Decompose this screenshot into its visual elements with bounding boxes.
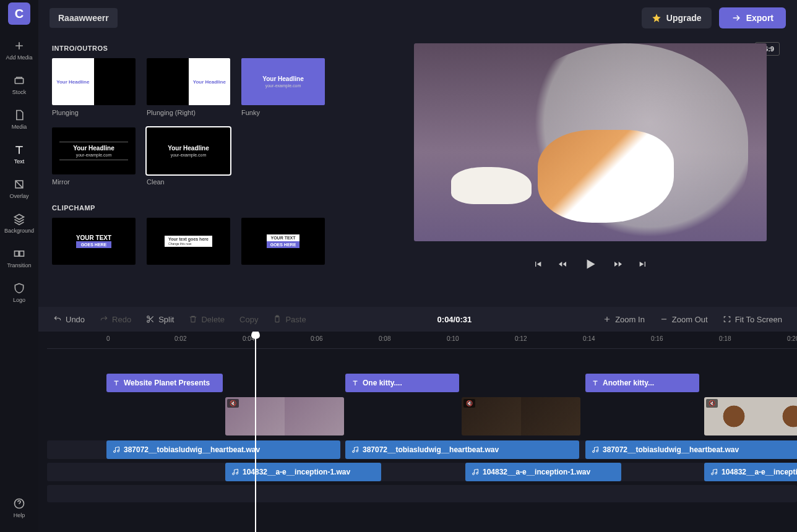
project-name[interactable]: Raaawweerr bbox=[50, 8, 118, 28]
audio-clip[interactable]: 387072__tobiasludwig__heartbeat.wav bbox=[585, 440, 797, 459]
template-label: Funky bbox=[241, 109, 325, 116]
arrow-right-icon bbox=[731, 13, 741, 23]
music-icon bbox=[472, 468, 479, 476]
template-clipchamp-3[interactable]: YOUR TEXTGOES HERE bbox=[241, 218, 325, 265]
audio-track-1-bg: 387072__tobiasludwig__heartbeat.wav38707… bbox=[47, 440, 797, 459]
text-clip[interactable]: Another kitty... bbox=[585, 374, 699, 392]
redo-icon bbox=[100, 315, 108, 324]
template-mirror[interactable]: Your Headlineyour-example.com Mirror bbox=[52, 127, 136, 186]
sidebar-label: Background bbox=[4, 228, 34, 234]
shield-icon bbox=[13, 282, 25, 294]
sidebar-stock[interactable]: Stock bbox=[12, 74, 27, 95]
template-clipchamp-1[interactable]: YOUR TEXTGOES HERE bbox=[52, 218, 136, 265]
fit-screen-button[interactable]: Fit To Screen bbox=[717, 311, 788, 328]
text-clip[interactable]: Website Planet Presents bbox=[106, 374, 223, 392]
music-icon bbox=[231, 468, 239, 476]
ruler-tick: 0:14 bbox=[583, 335, 595, 342]
fast-forward-button[interactable] bbox=[613, 259, 623, 272]
text-track: Website Planet PresentsOne kitty....Anot… bbox=[47, 374, 797, 392]
sidebar: C Add Media Stock Media Text Overlay Bac… bbox=[0, 0, 38, 532]
split-button[interactable]: Split bbox=[140, 311, 180, 328]
play-button[interactable] bbox=[582, 256, 598, 275]
audio-clip[interactable]: 104832__a-e__inception-1.wav bbox=[225, 463, 381, 481]
undo-icon bbox=[53, 315, 62, 324]
video-clip[interactable]: 🔇 bbox=[704, 397, 797, 435]
video-clip[interactable]: 🔇 bbox=[225, 397, 344, 435]
zoom-in-button[interactable]: Zoom In bbox=[597, 311, 651, 328]
sidebar-logo[interactable]: Logo bbox=[13, 282, 25, 303]
ruler-tick: 0:12 bbox=[515, 335, 527, 342]
copy-button[interactable]: Copy bbox=[233, 311, 264, 328]
sidebar-label: Add Media bbox=[6, 54, 32, 61]
upgrade-label: Upgrade bbox=[666, 13, 702, 23]
ruler-tick: 0:16 bbox=[651, 335, 663, 342]
paste-button[interactable]: Paste bbox=[267, 311, 312, 328]
undo-button[interactable]: Undo bbox=[47, 311, 91, 328]
audio-clip[interactable]: 387072__tobiasludwig__heartbeat.wav bbox=[345, 440, 579, 459]
main-area: Raaawweerr Upgrade Export INTRO/OUTROS Y… bbox=[38, 0, 797, 532]
redo-button[interactable]: Redo bbox=[93, 311, 137, 328]
svg-rect-0 bbox=[15, 79, 23, 84]
ruler-tick: 0:06 bbox=[311, 335, 322, 342]
template-clean[interactable]: Your Headlineyour-example.com Clean bbox=[147, 127, 230, 186]
music-icon bbox=[592, 446, 599, 453]
text-icon bbox=[113, 379, 120, 387]
template-clipchamp-2[interactable]: Your text goes hereChange this now bbox=[147, 218, 230, 265]
sidebar-background[interactable]: Background bbox=[4, 213, 34, 234]
video-preview[interactable] bbox=[414, 43, 767, 241]
skip-end-button[interactable] bbox=[638, 259, 648, 272]
audio-clip[interactable]: 104832__a-e__inception-1.wav bbox=[465, 463, 621, 481]
delete-button[interactable]: Delete bbox=[183, 311, 231, 328]
rewind-button[interactable] bbox=[558, 259, 567, 272]
zoom-out-button[interactable]: Zoom Out bbox=[653, 311, 714, 328]
empty-track bbox=[47, 485, 797, 502]
scissors-icon bbox=[146, 315, 155, 324]
sidebar-media[interactable]: Media bbox=[12, 109, 27, 130]
ruler-tick: 0:18 bbox=[719, 335, 731, 342]
template-plunging-right[interactable]: Your Headline Plunging (Right) bbox=[147, 58, 230, 116]
template-plunging[interactable]: Your Headline Plunging bbox=[52, 58, 136, 116]
sidebar-label: Help bbox=[14, 512, 25, 518]
template-label: Plunging (Right) bbox=[147, 109, 230, 116]
export-button[interactable]: Export bbox=[719, 7, 786, 28]
audio-clip[interactable]: 387072__tobiasludwig__heartbeat.wav bbox=[106, 440, 340, 459]
sidebar-transition[interactable]: Transition bbox=[7, 247, 31, 268]
skip-start-button[interactable] bbox=[533, 259, 543, 272]
template-funky[interactable]: Your Headlineyour-example.com Funky bbox=[241, 58, 325, 116]
sidebar-text[interactable]: Text bbox=[13, 144, 25, 165]
section-title-clipchamp: CLIPCHAMP bbox=[52, 204, 376, 212]
transition-icon bbox=[13, 247, 25, 260]
layers-icon bbox=[13, 213, 25, 225]
audio-track-2-bg: 104832__a-e__inception-1.wav104832__a-e_… bbox=[47, 463, 797, 481]
svg-point-5 bbox=[147, 316, 150, 319]
ruler-tick: 0 bbox=[106, 335, 110, 342]
audio-track-1: 387072__tobiasludwig__heartbeat.wav38707… bbox=[47, 440, 797, 459]
ruler-tick: 0:20 bbox=[787, 335, 797, 342]
player-controls bbox=[533, 256, 648, 275]
music-icon bbox=[113, 446, 120, 453]
sidebar-label: Text bbox=[14, 158, 25, 165]
templates-panel: INTRO/OUTROS Your Headline Plunging Your… bbox=[38, 36, 376, 302]
sidebar-help[interactable]: Help bbox=[13, 497, 25, 518]
upgrade-button[interactable]: Upgrade bbox=[642, 7, 712, 28]
timeline-toolbar: Undo Redo Split Delete Copy Paste 0:04/0… bbox=[38, 307, 797, 332]
music-icon bbox=[710, 468, 718, 476]
template-label: Plunging bbox=[52, 109, 136, 116]
audio-clip[interactable]: 104832__a-e__inception-1.wav bbox=[704, 463, 797, 481]
mute-icon: 🔇 bbox=[706, 399, 718, 408]
text-icon bbox=[592, 379, 599, 387]
ruler-tick: 0:08 bbox=[379, 335, 390, 342]
sidebar-label: Logo bbox=[13, 297, 25, 303]
sidebar-add-media[interactable]: Add Media bbox=[6, 40, 32, 61]
timeline[interactable]: 00:020:040:060:080:100:120:140:160:180:2… bbox=[38, 332, 797, 532]
playhead[interactable] bbox=[255, 332, 256, 532]
plus-icon bbox=[13, 40, 25, 52]
timeline-ruler[interactable]: 00:020:040:060:080:100:120:140:160:180:2… bbox=[47, 332, 797, 349]
stock-icon bbox=[13, 74, 25, 87]
text-clip[interactable]: One kitty.... bbox=[345, 374, 459, 392]
app-logo[interactable]: C bbox=[8, 2, 30, 25]
video-clip[interactable]: 🔇 bbox=[462, 397, 580, 435]
audio-track-2: 104832__a-e__inception-1.wav104832__a-e_… bbox=[47, 463, 797, 481]
sidebar-overlay[interactable]: Overlay bbox=[9, 178, 28, 199]
time-display: 0:04/0:31 bbox=[437, 315, 472, 324]
